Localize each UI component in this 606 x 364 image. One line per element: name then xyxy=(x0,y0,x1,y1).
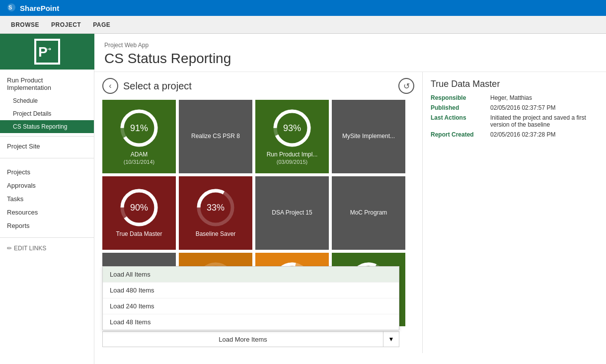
tile-date-adam: (10/31/2014) xyxy=(124,159,154,165)
report-published: Published 02/05/2016 02:37:57 PM xyxy=(431,104,598,111)
tile-name-run-product-impl: Run Product Impl... xyxy=(264,151,321,159)
load-more-dropdown-arrow[interactable]: ▼ xyxy=(383,331,399,347)
project-selector: ‹ Select a project ↺ 91% ADAM(10/31/2014… xyxy=(94,72,422,353)
below-header: ‹ Select a project ↺ 91% ADAM(10/31/2014… xyxy=(94,72,606,353)
tile-baseline-saver[interactable]: 33% Baseline Saver xyxy=(179,176,252,250)
svg-text:➜: ➜ xyxy=(47,46,51,52)
selector-title: Select a project xyxy=(123,80,192,92)
dropdown-load-48[interactable]: Load 48 Items xyxy=(103,314,399,330)
donut-true-data-master: 90% xyxy=(119,188,159,227)
report-created: Report Created 02/05/2016 02:37:28 PM xyxy=(431,131,598,138)
donut-label-run-product-impl: 93% xyxy=(283,123,301,134)
svg-text:S: S xyxy=(8,4,12,10)
report-title: True Data Master xyxy=(431,79,598,89)
tile-mysite-implement[interactable]: MySite Implement... xyxy=(332,100,405,173)
ribbon-page[interactable]: PAGE xyxy=(87,17,116,32)
sidebar-section-main: Run Product Implementation Schedule Proj… xyxy=(0,70,94,155)
edit-links[interactable]: ✏ EDIT LINKS xyxy=(0,241,94,256)
load-more-button[interactable]: Load More Items xyxy=(102,331,383,347)
tile-true-data-master[interactable]: 90% True Data Master xyxy=(102,176,176,250)
sidebar-item-reports[interactable]: Reports xyxy=(0,219,94,232)
sidebar-logo: P ➜ xyxy=(0,34,94,70)
donut-baseline-saver: 33% xyxy=(196,188,235,227)
sidebar-item-cs-status-reporting[interactable]: CS Status Reporting xyxy=(0,120,94,133)
sidebar-item-approvals[interactable]: Approvals xyxy=(0,179,94,192)
sidebar-item-run-product[interactable]: Run Product Implementation xyxy=(0,73,94,94)
sidebar-item-project-site[interactable]: Project Site xyxy=(0,140,94,153)
dropdown-load-480[interactable]: Load 480 Items xyxy=(103,283,399,298)
page-header-sub: Project Web App xyxy=(104,42,596,49)
report-last-actions: Last Actions Initiated the project and s… xyxy=(431,114,598,128)
dropdown-load-240[interactable]: Load 240 Items xyxy=(103,298,399,314)
tile-name-baseline-saver: Baseline Saver xyxy=(193,230,239,238)
tile-date-run-product-impl: (03/09/2015) xyxy=(277,159,307,165)
ribbon-browse[interactable]: BROWSE xyxy=(5,17,45,32)
page-header: Project Web App CS Status Reporting xyxy=(94,34,606,72)
donut-label-true-data-master: 90% xyxy=(130,203,148,213)
sidebar-item-projects[interactable]: Projects xyxy=(0,165,94,179)
tile-name-realize-cs-psr-8: Realize CS PSR 8 xyxy=(188,133,243,141)
sidebar-item-schedule[interactable]: Schedule xyxy=(0,94,94,107)
refresh-button[interactable]: ↺ xyxy=(398,78,414,94)
pwa-logo-icon: P ➜ xyxy=(34,39,60,65)
tile-moc-program[interactable]: MoC Program xyxy=(332,176,405,250)
main-layout: P ➜ Run Product Implementation Schedule … xyxy=(0,34,606,364)
ribbon-project[interactable]: PROJECT xyxy=(45,17,87,32)
report-responsible: Responsible Heger, Matthias xyxy=(431,94,598,101)
page-header-title: CS Status Reporting xyxy=(104,51,596,67)
pencil-icon: ✏ xyxy=(7,245,12,252)
sidebar-item-tasks[interactable]: Tasks xyxy=(0,192,94,206)
back-button[interactable]: ‹ xyxy=(102,78,118,94)
selector-title-group: ‹ Select a project xyxy=(102,78,192,94)
right-panel: True Data Master Responsible Heger, Matt… xyxy=(422,72,606,353)
tile-name-adam: ADAM xyxy=(128,151,151,159)
sidebar-section-2: Projects Approvals Tasks Resources Repor… xyxy=(0,161,94,234)
dropdown-load-all[interactable]: Load All Items xyxy=(103,267,399,283)
top-bar: S SharePoint xyxy=(0,0,606,16)
tile-name-mysite-implement: MySite Implement... xyxy=(339,133,398,141)
donut-label-baseline-saver: 33% xyxy=(207,203,225,213)
sidebar-item-resources[interactable]: Resources xyxy=(0,206,94,219)
tile-run-product-impl[interactable]: 93% Run Product Impl...(03/09/2015) xyxy=(255,100,329,173)
tile-name-true-data-master: True Data Master xyxy=(113,230,165,238)
tile-name-moc-program: MoC Program xyxy=(347,209,390,217)
tile-realize-cs-psr-8[interactable]: Realize CS PSR 8 xyxy=(179,100,252,173)
ribbon-nav: BROWSE PROJECT PAGE xyxy=(0,16,606,34)
tile-adam[interactable]: 91% ADAM(10/31/2014) xyxy=(102,100,176,173)
donut-label-adam: 91% xyxy=(130,123,148,134)
load-more-area: Load More Items ▼ Load All Items Load 48… xyxy=(102,331,399,347)
sharepoint-logo-icon: S xyxy=(7,3,16,13)
app-title: SharePoint xyxy=(20,4,59,12)
sidebar: P ➜ Run Product Implementation Schedule … xyxy=(0,34,94,364)
donut-run-product-impl: 93% xyxy=(272,108,312,148)
svg-text:P: P xyxy=(38,44,48,60)
selector-header: ‹ Select a project ↺ xyxy=(102,78,414,94)
sidebar-item-project-details[interactable]: Project Details xyxy=(0,107,94,120)
donut-adam: 91% xyxy=(119,108,159,148)
content-area: Project Web App CS Status Reporting ‹ Se… xyxy=(94,34,606,364)
tile-dsa-project-15[interactable]: DSA Project 15 xyxy=(255,176,329,250)
tile-name-dsa-project-15: DSA Project 15 xyxy=(269,209,315,217)
load-more-dropdown: Load All Items Load 480 Items Load 240 I… xyxy=(102,266,399,330)
